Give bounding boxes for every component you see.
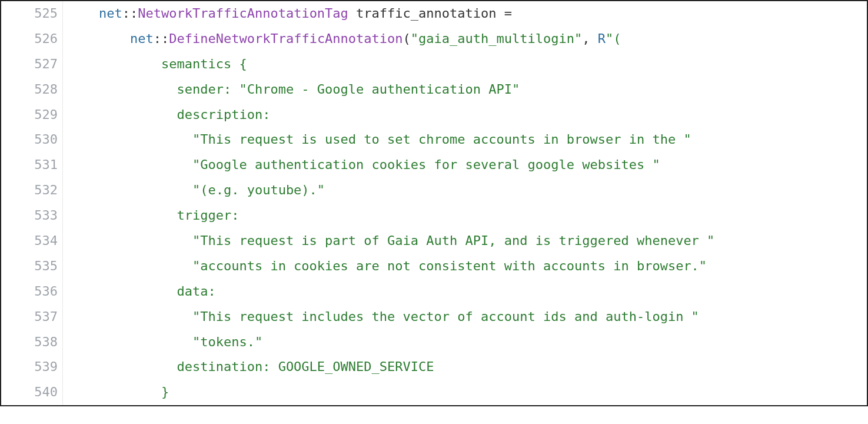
line-number: 527 — [1, 52, 63, 77]
line-number: 535 — [1, 254, 63, 279]
token: data: — [161, 284, 216, 299]
token: , — [582, 31, 598, 46]
code-line: 526 net::DefineNetworkTrafficAnnotation(… — [1, 26, 867, 52]
token: ( — [403, 31, 411, 46]
line-number: 538 — [1, 330, 63, 355]
token: "( — [606, 31, 621, 46]
token: "accounts in cookies are not consistent … — [161, 259, 707, 273]
code-text: description: — [63, 102, 867, 128]
token: = — [504, 6, 512, 21]
token: net — [130, 31, 154, 46]
token: "tokens." — [161, 334, 262, 349]
code-line: 535 "accounts in cookies are not consist… — [1, 254, 867, 279]
code-line: 532 "(e.g. youtube)." — [1, 178, 867, 203]
code-line: 536 data: — [1, 279, 867, 304]
code-line: 537 "This request includes the vector of… — [1, 304, 867, 330]
code-line: 533 trigger: — [1, 203, 867, 228]
code-line: 527 semantics { — [1, 52, 867, 77]
token: destination: GOOGLE_OWNED_SERVICE — [161, 359, 434, 374]
code-line: 529 description: — [1, 102, 867, 128]
code-block: 525 net::NetworkTrafficAnnotationTag tra… — [0, 0, 868, 406]
code-line: 539 destination: GOOGLE_OWNED_SERVICE — [1, 355, 867, 380]
code-text: "accounts in cookies are not consistent … — [63, 254, 867, 279]
code-text: semantics { — [63, 52, 867, 77]
token: sender: "Chrome - Google authentication … — [161, 82, 520, 97]
code-table: 525 net::NetworkTrafficAnnotationTag tra… — [1, 1, 867, 405]
token: "gaia_auth_multilogin" — [411, 31, 582, 46]
code-line: 531 "Google authentication cookies for s… — [1, 153, 867, 178]
code-line: 538 "tokens." — [1, 330, 867, 355]
token: NetworkTrafficAnnotationTag — [138, 6, 348, 21]
code-line: 525 net::NetworkTrafficAnnotationTag tra… — [1, 1, 867, 26]
token: trigger: — [161, 208, 239, 223]
token: traffic_annotation — [348, 6, 504, 21]
line-number: 532 — [1, 178, 63, 203]
code-text: sender: "Chrome - Google authentication … — [63, 77, 867, 102]
code-text: } — [63, 380, 867, 405]
line-number: 531 — [1, 153, 63, 178]
token: :: — [154, 31, 169, 46]
code-text: "This request is part of Gaia Auth API, … — [63, 228, 867, 254]
line-number: 526 — [1, 26, 63, 52]
code-text: "(e.g. youtube)." — [63, 178, 867, 203]
code-text: destination: GOOGLE_OWNED_SERVICE — [63, 355, 867, 380]
code-text: data: — [63, 279, 867, 304]
token: } — [161, 385, 169, 399]
code-line: 528 sender: "Chrome - Google authenticat… — [1, 77, 867, 102]
token: description: — [161, 107, 270, 122]
line-number: 536 — [1, 279, 63, 304]
line-number: 539 — [1, 355, 63, 380]
code-text: "This request is used to set chrome acco… — [63, 127, 867, 153]
token: DefineNetworkTrafficAnnotation — [169, 31, 403, 46]
line-number: 530 — [1, 127, 63, 153]
token: "This request is used to set chrome acco… — [161, 132, 691, 147]
line-number: 529 — [1, 102, 63, 128]
token: :: — [122, 6, 138, 21]
line-number: 533 — [1, 203, 63, 228]
code-line: 540 } — [1, 380, 867, 405]
token: "This request is part of Gaia Auth API, … — [161, 233, 714, 248]
code-text: "This request includes the vector of acc… — [63, 304, 867, 330]
code-line: 530 "This request is used to set chrome … — [1, 127, 867, 153]
line-number: 540 — [1, 380, 63, 405]
token: R — [598, 31, 606, 46]
line-number: 528 — [1, 77, 63, 102]
line-number: 534 — [1, 228, 63, 254]
token: semantics { — [161, 57, 247, 71]
code-text: trigger: — [63, 203, 867, 228]
token: "This request includes the vector of acc… — [161, 309, 699, 324]
token: "Google authentication cookies for sever… — [161, 157, 660, 172]
token: net — [99, 6, 122, 21]
code-text: "tokens." — [63, 330, 867, 355]
line-number: 537 — [1, 304, 63, 330]
code-text: net::DefineNetworkTrafficAnnotation("gai… — [63, 26, 867, 52]
code-text: "Google authentication cookies for sever… — [63, 153, 867, 178]
code-line: 534 "This request is part of Gaia Auth A… — [1, 228, 867, 254]
token: "(e.g. youtube)." — [161, 183, 325, 197]
code-text: net::NetworkTrafficAnnotationTag traffic… — [63, 1, 867, 26]
line-number: 525 — [1, 1, 63, 26]
